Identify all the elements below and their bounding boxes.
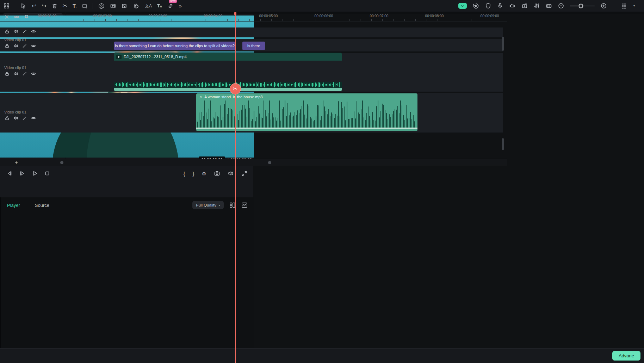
mute-track-icon[interactable] — [13, 71, 18, 76]
ai-copilot-icon[interactable] — [458, 3, 467, 9]
tab-player[interactable]: Player — [7, 203, 20, 208]
mute-track-icon[interactable] — [13, 43, 18, 48]
timeline-ruler[interactable]: 00:00:01:00 00:00:02:00 00:00:03:00 00:0… — [0, 12, 507, 22]
caption-tool-icon[interactable]: Tɴ — [157, 4, 162, 8]
zoom-out-icon[interactable] — [558, 3, 564, 9]
fit-timeline-icon[interactable] — [546, 3, 552, 9]
media-view-grid-icon[interactable] — [4, 3, 10, 9]
lock-icon[interactable] — [4, 71, 10, 76]
scroll-thumb[interactable] — [60, 161, 63, 164]
mark-out-icon[interactable]: } — [193, 171, 194, 176]
marker-icon[interactable] — [24, 14, 29, 19]
track-height-caret-icon[interactable]: ▾ — [633, 4, 635, 7]
tab-source[interactable]: Source — [35, 203, 49, 208]
enhance-track-icon[interactable] — [22, 43, 27, 48]
shield-icon[interactable] — [485, 3, 491, 9]
lock-icon[interactable] — [4, 115, 10, 121]
video-clip-footer — [114, 88, 342, 91]
more-tools-icon[interactable]: » — [179, 3, 182, 8]
video-clip-waveform — [114, 82, 342, 88]
lock-icon[interactable] — [4, 43, 10, 48]
track-height-icon[interactable] — [621, 3, 627, 9]
fullscreen-icon[interactable] — [241, 171, 247, 177]
timeline-text-clip[interactable]: Is there something I can do before runni… — [114, 42, 235, 50]
undo-icon[interactable]: ↩ — [32, 3, 36, 9]
track-label: Video clip 01 — [4, 38, 26, 42]
ai-portrait-icon[interactable] — [98, 3, 105, 9]
hide-track-icon[interactable] — [31, 43, 36, 48]
mute-track-icon[interactable] — [13, 29, 18, 34]
mute-track-icon[interactable] — [13, 115, 18, 121]
timeline-toolbar: ↩ ↪ ✂ T. 文A Tɴ NEW » — [0, 0, 644, 12]
stop-button[interactable] — [44, 171, 50, 176]
render-preview-icon[interactable] — [473, 3, 479, 9]
timeline-text-clip[interactable]: Is there — [242, 42, 265, 50]
link-clips-icon[interactable] — [14, 14, 19, 19]
enhance-track-icon[interactable] — [22, 115, 27, 121]
timeline-video-clip[interactable]: DJI_202507112...2311_0518_D.mp4 — [114, 53, 342, 91]
playhead-split-button[interactable]: ✂ — [230, 83, 241, 94]
timeline-vertical-scrollbar[interactable] — [502, 138, 504, 150]
quality-dropdown[interactable]: Full Quality▾ — [192, 201, 224, 209]
play-button[interactable] — [32, 170, 38, 177]
enhance-track-icon[interactable] — [22, 71, 27, 76]
audio-clip-divider — [196, 128, 417, 129]
voiceover-mic-icon[interactable] — [497, 3, 503, 9]
auto-ripple-icon[interactable] — [509, 3, 515, 9]
playhead[interactable] — [235, 12, 236, 363]
previous-frame-button[interactable] — [6, 170, 13, 177]
audio-clip-icon: ♫ — [199, 95, 202, 99]
video-clip-icon — [116, 55, 122, 59]
preview-window-icon[interactable] — [521, 3, 528, 9]
advance-button[interactable]: Advane — [612, 351, 640, 361]
timeline-vertical-scrollbar[interactable] — [502, 37, 504, 51]
add-track-button[interactable]: + — [15, 160, 18, 165]
quick-split-icon[interactable] — [4, 14, 9, 19]
hide-track-icon[interactable] — [31, 115, 36, 121]
timeline-zoom-slider[interactable] — [570, 6, 595, 6]
translate-icon[interactable]: 文A — [145, 4, 152, 8]
video-clip-filmstrip — [114, 61, 342, 82]
next-frame-button[interactable] — [19, 170, 25, 177]
sticker-tool-icon[interactable] — [133, 3, 140, 9]
select-tool-icon[interactable] — [20, 3, 26, 9]
mute-icon[interactable] — [228, 170, 234, 177]
scopes-icon[interactable] — [241, 202, 248, 208]
redo-icon[interactable]: ↪ — [42, 3, 46, 9]
lock-icon[interactable] — [4, 29, 10, 34]
track-lane — [0, 27, 503, 37]
speech-to-text-icon[interactable] — [122, 3, 128, 9]
audio-clip-name: A woman stand..in the house.mp3 — [204, 95, 263, 99]
hide-track-icon[interactable] — [31, 71, 36, 76]
new-badge: NEW — [169, 0, 177, 3]
hide-track-icon[interactable] — [31, 29, 36, 34]
text-to-speech-icon[interactable] — [110, 3, 116, 9]
audio-clip-waveform — [196, 100, 417, 128]
track-header-controls — [4, 115, 36, 121]
filmora-window: Wondershare Filmora File Edit Tools View… — [0, 0, 644, 363]
crop-tool-icon[interactable] — [82, 3, 87, 9]
mark-in-icon[interactable]: { — [184, 171, 185, 176]
player-panel: Player Source Full Quality▾ — [0, 197, 254, 363]
player-settings-icon[interactable]: ⚙ — [202, 171, 206, 176]
snapshot-icon[interactable] — [214, 170, 220, 177]
track-header-controls — [4, 29, 36, 34]
track-label: Video clip 01 — [4, 66, 26, 70]
text-tool-icon[interactable]: T. — [73, 4, 76, 8]
audio-mixer-icon[interactable] — [534, 3, 540, 9]
scroll-thumb[interactable] — [268, 161, 271, 164]
zoom-in-icon[interactable] — [601, 3, 607, 9]
dropdown-caret-icon: ▾ — [219, 204, 220, 207]
split-icon[interactable]: ✂ — [63, 3, 67, 9]
enhance-track-icon[interactable] — [22, 29, 27, 34]
relink-icon[interactable]: NEW — [167, 3, 174, 9]
timeline-bottom-bar: + — [0, 159, 507, 166]
timeline-audio-clip[interactable]: ♫ A woman stand..in the house.mp3 — [196, 93, 417, 131]
track-label: Video clip 01 — [4, 110, 26, 114]
track-header-controls — [4, 71, 36, 76]
track-header-controls — [4, 43, 36, 48]
delete-icon[interactable] — [52, 3, 57, 9]
video-clip-name: DJI_202507112...2311_0518_D.mp4 — [124, 55, 187, 59]
